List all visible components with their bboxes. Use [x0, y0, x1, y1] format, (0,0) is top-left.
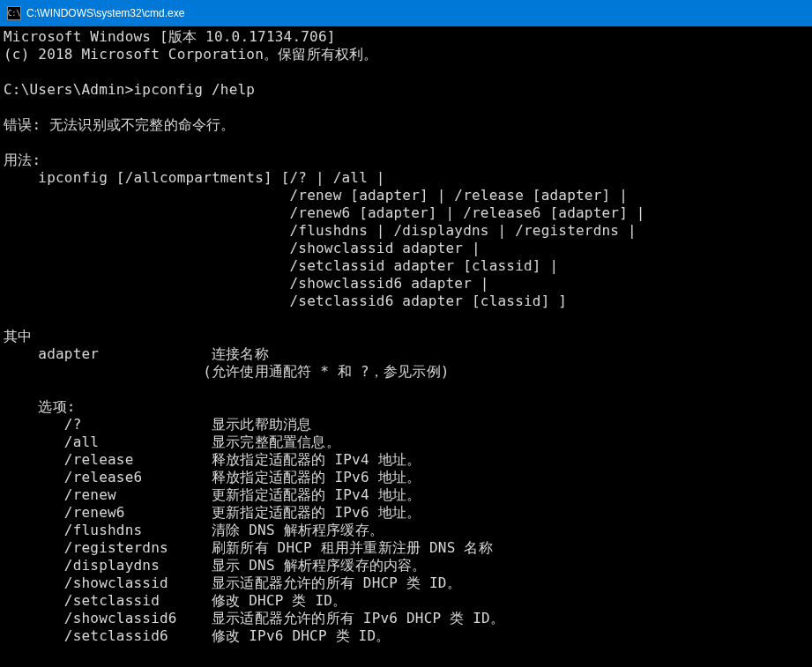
console-output[interactable]: Microsoft Windows [版本 10.0.17134.706](c)… [0, 26, 812, 664]
titlebar[interactable]: C:\ C:\WINDOWS\system32\cmd.exe [0, 0, 812, 26]
console-line: C:\Users\Admin>ipconfig /help [4, 81, 808, 99]
console-line: /release 释放指定适配器的 IPv4 地址。 [4, 451, 808, 469]
console-line: /setclassid adapter [classid] | [4, 257, 808, 275]
console-line [4, 99, 808, 116]
console-line: /renew 更新指定适配器的 IPv4 地址。 [4, 486, 808, 504]
console-line: /displaydns 显示 DNS 解析程序缓存的内容。 [4, 557, 808, 574]
console-line: /showclassid6 显示适配器允许的所有 IPv6 DHCP 类 ID。 [4, 610, 808, 627]
console-line: 其中 [4, 328, 808, 345]
console-line: (c) 2018 Microsoft Corporation。保留所有权利。 [4, 46, 808, 63]
console-line: /registerdns 刷新所有 DHCP 租用并重新注册 DNS 名称 [4, 539, 808, 557]
console-line: 用法: [4, 152, 808, 169]
console-line: /flushdns | /displaydns | /registerdns | [4, 222, 808, 240]
console-line [4, 381, 808, 398]
cmd-icon: C:\ [7, 6, 21, 20]
console-line: /renew6 [adapter] | /release6 [adapter] … [4, 204, 808, 222]
console-line: ipconfig [/allcompartments] [/? | /all | [4, 169, 808, 187]
console-line: /setclassid 修改 DHCP 类 ID。 [4, 592, 808, 610]
console-line: /release6 释放指定适配器的 IPv6 地址。 [4, 469, 808, 486]
console-line [4, 310, 808, 328]
console-line: /? 显示此帮助消息 [4, 416, 808, 434]
console-line: /showclassid 显示适配器允许的所有 DHCP 类 ID。 [4, 574, 808, 592]
console-line: /setclassid6 adapter [classid] ] [4, 293, 808, 310]
console-line: /renew [adapter] | /release [adapter] | [4, 187, 808, 204]
console-line: (允许使用通配符 * 和 ?，参见示例) [4, 363, 808, 381]
console-line: 错误: 无法识别或不完整的命令行。 [4, 116, 808, 134]
console-line: /renew6 更新指定适配器的 IPv6 地址。 [4, 504, 808, 522]
console-line: /showclassid adapter | [4, 240, 808, 257]
console-line: /showclassid6 adapter | [4, 275, 808, 293]
console-line: Microsoft Windows [版本 10.0.17134.706] [4, 28, 808, 46]
console-line: 选项: [4, 398, 808, 416]
console-line: /all 显示完整配置信息。 [4, 434, 808, 451]
console-line: /setclassid6 修改 IPv6 DHCP 类 ID。 [4, 627, 808, 645]
window-title: C:\WINDOWS\system32\cmd.exe [26, 7, 184, 19]
console-line [4, 645, 808, 663]
console-line: adapter 连接名称 [4, 345, 808, 363]
console-line: /flushdns 清除 DNS 解析程序缓存。 [4, 522, 808, 539]
console-line [4, 134, 808, 152]
console-line [4, 63, 808, 81]
